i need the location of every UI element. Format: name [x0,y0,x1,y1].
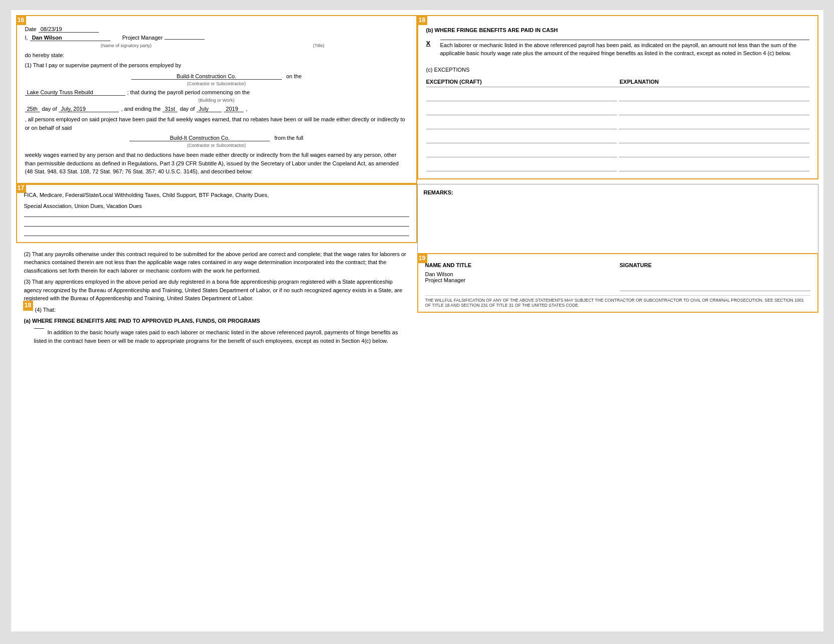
date-value: 08/23/19 [39,26,99,33]
signatory-name: Dan Wilson [30,35,110,41]
year-end: 2019 [224,106,244,112]
section-18-bottom-marker: 18 [23,301,33,311]
title: Project Manager [425,277,616,283]
exception-explanation-6 [619,162,809,171]
section-19-number: 19 [417,253,427,263]
building-connector: ; that during the payroll period commenc… [127,89,250,95]
from-full: from the full [274,135,303,141]
point4-header: (4) That: [35,306,409,314]
building-name: Lake County Truss Rebuild [25,89,125,96]
ending-text: , and ending the [121,106,160,112]
exception-explanation-4 [619,134,809,143]
point4a-header: (a) WHERE FRINGE BENEFITS ARE PAID TO AP… [24,317,409,325]
weekly-wages-text: weekly wages earned by any person and th… [25,151,408,176]
exception-rows [426,89,809,171]
title-value: Project Manager [122,35,163,41]
exception-craft-5 [426,148,617,157]
exception-craft-4 [426,134,617,143]
section-17-number: 17 [16,183,26,193]
exception-explanation-2 [619,106,809,115]
x-mark: X [426,40,431,47]
col1-header: EXCEPTION (CRAFT) [426,79,616,85]
section-16: 16 Date 08/23/19 I, Dan Wilson Project M… [16,15,417,185]
remarks-section: REMARKS: [417,184,818,254]
deductions-text2: Special Association, Union Dues, Vacatio… [24,202,409,210]
page: 16 Date 08/23/19 I, Dan Wilson Project M… [11,10,823,631]
name: Dan Wilson [425,271,616,277]
signature-field [620,271,810,291]
signatory-label: I, [25,35,28,41]
comma: , [246,106,247,112]
remarks-content [424,198,812,249]
exception-craft-2 [426,106,617,115]
point3: (3) That any apprentices employed in the… [24,278,409,303]
wages-text: , all persons employed on said project h… [25,115,408,132]
point4a-text-content: In addition to the basic hourly wage rat… [34,329,398,344]
remarks-label: REMARKS: [424,189,812,195]
exception-explanation-1 [619,92,809,101]
month-start: July, 2019 [59,106,119,112]
section-18-top: 18 (b) WHERE FRINGE BENEFITS ARE PAID IN… [417,15,818,179]
section18-subheading: (b) WHERE FRINGE BENEFITS ARE PAID IN CA… [426,26,809,35]
point2: (2) That any payrolls otherwise under th… [24,250,409,275]
bottom-left-section: (2) That any payrolls otherwise under th… [16,243,417,355]
section-16-number: 16 [16,15,26,25]
contractor-name2: Build-It Construction Co. [129,135,270,141]
name-title-label: NAME AND TITLE [425,262,616,268]
point4a-text: In addition to the basic hourly wage rat… [24,328,409,345]
deductions-text: FICA, Medicare, Federal/State/Local With… [24,191,409,199]
exception-craft-3 [426,120,617,129]
signature-col: SIGNATURE [620,262,810,291]
day-end: 31st [162,106,178,112]
day-of2: day of [180,106,195,112]
name-title-col: NAME AND TITLE Dan Wilson Project Manage… [425,262,616,291]
day-of: day of [42,106,57,112]
contractor-name: Build-It Construction Co. [131,73,282,80]
exception-explanation-3 [619,120,809,129]
contractor-label2: (Contractor or Subcontractor) [25,143,408,148]
benefit-text: Each laborer or mechanic listed in the a… [440,41,809,58]
exceptions-label: (c) EXCEPTIONS [426,66,809,74]
signature-label: SIGNATURE [620,262,810,268]
title-label: (Title) [230,43,408,48]
date-label: Date [25,26,37,32]
building-label: (Building or Work) [25,98,408,103]
month-end: July [197,106,222,112]
exception-explanation-5 [619,148,809,157]
exception-craft-6 [426,162,617,171]
section-19: 19 NAME AND TITLE Dan Wilson Project Man… [417,253,818,313]
contractor-label: (Contractor or Subcontractor) [25,81,408,86]
warning-text: THE WILLFUL FALSIFICATION OF ANY OF THE … [425,295,810,308]
on-the: on the [286,73,302,79]
section-18-top-number: 18 [417,15,427,25]
signatory-party-label: (Name of signatory party) [37,43,216,48]
point1: (1) That I pay or supervise payment of t… [25,62,408,68]
col2-header: EXPLANATION [620,79,809,85]
day-start: 25th [25,106,40,112]
section-17: 17 FICA, Medicare, Federal/State/Local W… [16,183,417,243]
hereby-state: do hereby state: [25,52,408,58]
exception-craft-1 [426,92,617,101]
